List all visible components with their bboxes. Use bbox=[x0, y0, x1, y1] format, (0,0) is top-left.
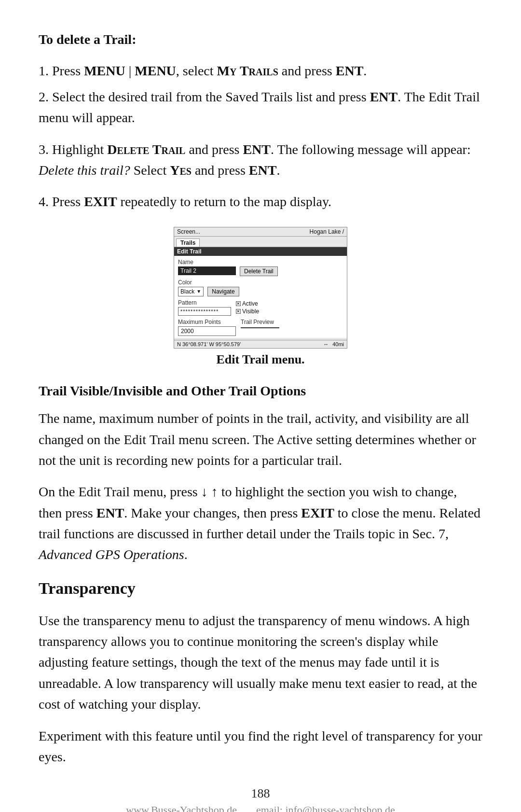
screenshot-caption: Edit Trail menu. bbox=[216, 352, 304, 367]
max-points-label: Maximum Points bbox=[178, 319, 236, 325]
footer-links: www.Busse-Yachtshop.de email: info@busse… bbox=[126, 804, 395, 812]
color-label: Color bbox=[178, 279, 343, 286]
statusbar-distance: 40mi bbox=[332, 341, 344, 347]
color-row: Black ▼ Navigate bbox=[178, 287, 343, 296]
color-section: Color Black ▼ Navigate bbox=[178, 279, 343, 296]
edit-trail-header: Edit Trail bbox=[174, 247, 347, 256]
name-row: Trail 2 Delete Trail bbox=[178, 266, 343, 276]
footer-website: www.Busse-Yachtshop.de bbox=[126, 804, 237, 812]
name-label: Name bbox=[178, 259, 343, 266]
pattern-label: Pattern bbox=[178, 299, 231, 306]
screen-body: Name Trail 2 Delete Trail Color Black ▼ … bbox=[174, 256, 347, 338]
screen-topbar-right: Hogan Lake / bbox=[310, 228, 344, 235]
transparency-section: Transparency Use the transparency menu t… bbox=[39, 576, 482, 767]
transparency-para2: Experiment with this feature until you f… bbox=[39, 726, 482, 768]
screen-topbar: Screen... Hogan Lake / bbox=[174, 227, 347, 237]
transparency-heading: Transparency bbox=[39, 576, 482, 602]
active-checkbox-row: ✕ Active bbox=[236, 300, 259, 307]
screen-tab-bar: Trails bbox=[174, 237, 347, 247]
screen-statusbar: N 36°08.971' W 95°50.579' ↔ 40mi bbox=[174, 340, 347, 348]
active-checkbox[interactable]: ✕ bbox=[236, 301, 241, 306]
transparency-para1: Use the transparency menu to adjust the … bbox=[39, 610, 482, 715]
subsection-heading: Trail Visible/Invisible and Other Trail … bbox=[39, 380, 482, 401]
checkbox-col: ✕ Active ✕ Visible bbox=[236, 300, 259, 316]
screen-topbar-left: Screen... bbox=[177, 228, 200, 235]
delete-trail-button[interactable]: Delete Trail bbox=[240, 266, 278, 276]
trail-preview-col: Trail Preview bbox=[241, 319, 279, 328]
step-3: 3. Highlight Delete Trail and press ENT.… bbox=[39, 139, 482, 181]
trails-tab[interactable]: Trails bbox=[176, 238, 200, 247]
max-points-col: Maximum Points 2000 bbox=[178, 319, 236, 336]
trail-preview-line bbox=[241, 327, 279, 328]
color-dropdown[interactable]: Black ▼ bbox=[178, 287, 204, 296]
delete-trail-heading: To delete a Trail: bbox=[39, 29, 482, 50]
screenshot-container: Screen... Hogan Lake / Trails Edit Trail… bbox=[39, 227, 482, 376]
visible-checkbox-row: ✕ Visible bbox=[236, 308, 259, 315]
statusbar-coords: N 36°08.971' W 95°50.579' bbox=[177, 341, 241, 347]
visible-label: Visible bbox=[242, 308, 259, 315]
name-field[interactable]: Trail 2 bbox=[178, 266, 236, 275]
page-content: To delete a Trail: 1. Press MENU | MENU,… bbox=[39, 29, 482, 812]
step-2: 2. Select the desired trail from the Sav… bbox=[39, 86, 482, 128]
device-screen: Screen... Hogan Lake / Trails Edit Trail… bbox=[174, 227, 347, 349]
statusbar-arrow-icon: ↔ bbox=[323, 341, 329, 347]
max-points-section: Maximum Points 2000 Trail Preview bbox=[178, 319, 343, 336]
navigate-button[interactable]: Navigate bbox=[207, 287, 239, 296]
step-1: 1. Press MENU | MENU, select My Trails a… bbox=[39, 60, 482, 81]
active-label: Active bbox=[242, 300, 258, 307]
trail-options-para1: The name, maximum number of points in th… bbox=[39, 408, 482, 471]
page-footer: 188 www.Busse-Yachtshop.de email: info@b… bbox=[39, 786, 482, 812]
page-number: 188 bbox=[251, 786, 270, 801]
pattern-section: Pattern *************** ✕ Active ✕ Visib… bbox=[178, 299, 343, 316]
color-value: Black bbox=[180, 288, 194, 295]
max-points-field[interactable]: 2000 bbox=[178, 326, 236, 336]
statusbar-right: ↔ 40mi bbox=[323, 341, 344, 347]
footer-email: email: info@busse-yachtshop.de bbox=[256, 804, 395, 812]
trail-preview-label: Trail Preview bbox=[241, 319, 279, 325]
pattern-field[interactable]: *************** bbox=[178, 307, 231, 316]
visible-checkbox[interactable]: ✕ bbox=[236, 309, 241, 314]
step-4: 4. Press EXIT repeatedly to return to th… bbox=[39, 191, 482, 212]
pattern-col: Pattern *************** bbox=[178, 299, 231, 316]
dropdown-arrow-icon: ▼ bbox=[196, 289, 201, 294]
trail-options-para2: On the Edit Trail menu, press ↓ ↑ to hig… bbox=[39, 481, 482, 565]
